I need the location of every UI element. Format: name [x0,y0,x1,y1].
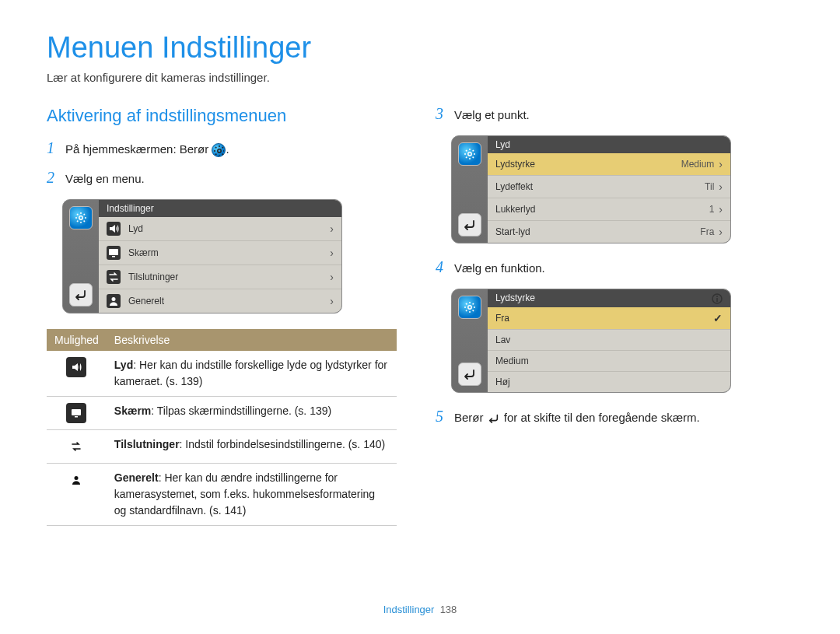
step-1-text: På hjemmeskærmen: Berør . [65,141,229,157]
right-column: 3 Vælg et punkt. Lyd Lydstyrke Medium› L… [436,106,786,526]
option-startlyd[interactable]: Start-lyd Fra› [488,221,730,243]
th-description: Beskrivelse [107,329,397,351]
step-number: 3 [436,106,446,121]
chevron-icon: › [719,158,723,170]
choice-fra[interactable]: Fra ✓ [488,307,730,330]
menu-item-generelt[interactable]: Generelt › [99,289,341,313]
step-number: 4 [436,259,446,275]
step-5: 5 Berør for at skifte til den foregående… [436,408,786,426]
step-4-text: Vælg en funktion. [454,260,545,276]
option-label: Start-lyd [495,226,530,237]
monitor-icon [107,246,121,260]
table-row: Tilslutninger: Indstil forbindelsesindst… [47,430,397,464]
step-5-text: Berør for at skifte til den foregående s… [454,409,700,426]
option-value: Medium [681,159,715,170]
device-back-button[interactable] [458,363,481,386]
chevron-icon: › [330,271,334,283]
menu-item-skaerm[interactable]: Skærm › [99,241,341,265]
info-icon[interactable] [712,292,723,304]
chevron-icon: › [330,295,334,307]
speaker-icon [107,222,121,236]
choice-label: Høj [495,377,510,387]
chevron-icon: › [330,247,334,259]
option-lukkerlyd[interactable]: Lukkerlyd 1› [488,198,730,221]
swap-icon [66,436,86,457]
choice-lav[interactable]: Lav [488,330,730,351]
device-screen: Lyd Lydstyrke Medium› Lydeffekt Til› Luk… [488,136,730,243]
user-icon [66,470,86,490]
option-value: Til [705,181,714,192]
menu-item-lyd[interactable]: Lyd › [99,217,341,241]
choice-label: Lav [495,335,510,345]
device-header: Lydstyrke [488,289,730,307]
left-column: Aktivering af indstillingsmenuen 1 På hj… [47,106,397,526]
device-gear-button[interactable] [458,296,481,319]
option-label: Lydeffekt [495,181,533,192]
menu-item-label: Tilslutninger [128,271,178,282]
option-label: Lydstyrke [495,159,535,170]
choice-medium[interactable]: Medium [488,351,730,372]
table-row: Generelt: Her kan du ændre indstillinger… [47,464,397,526]
chevron-icon: › [719,180,723,193]
return-icon [487,413,501,424]
check-icon: ✓ [713,312,723,324]
gear-icon [212,143,226,157]
option-lydeffekt[interactable]: Lydeffekt Til› [488,176,730,198]
page-title: Menuen Indstillinger [47,31,793,65]
option-value: 1 [709,204,715,215]
table-row: Skærm: Tilpas skærmindstillingerne. (s. … [47,397,397,430]
th-option: Mulighed [47,329,107,351]
step-number: 1 [47,140,58,156]
device-back-button[interactable] [69,283,93,306]
speaker-icon [66,357,86,377]
menu-item-label: Lyd [128,223,143,234]
device-header: Lyd [488,136,730,153]
options-table: Mulighed Beskrivelse Lyd: Her kan du ind… [47,329,397,526]
footer-page-number: 138 [440,604,457,615]
step-2: 2 Vælg en menu. [47,170,397,187]
step-3: 3 Vælg et punkt. [436,106,786,123]
choice-label: Fra [495,313,509,324]
device-lydstyrke-options: Lydstyrke Fra ✓ Lav Medium Høj [451,289,731,393]
footer-section: Indstillinger [383,604,435,615]
step-3-text: Vælg et punkt. [454,107,530,123]
choice-label: Medium [495,356,529,366]
step-1: 1 På hjemmeskærmen: Berør . [47,140,397,157]
option-lydstyrke[interactable]: Lydstyrke Medium› [488,153,730,176]
page-footer: Indstillinger 138 [0,604,840,615]
step-1-label: På hjemmeskærmen: Berør [65,142,208,156]
choice-hoj[interactable]: Høj [488,372,730,392]
option-value: Fra [700,226,714,237]
device-header: Indstillinger [99,200,341,217]
step-number: 2 [47,170,58,185]
device-settings-menu: Indstillinger Lyd › Skærm › Tilslutninge… [62,199,342,313]
table-row: Lyd: Her kan du indstille forskellige ly… [47,351,397,397]
device-back-button[interactable] [458,213,481,236]
device-sidebar [452,136,488,243]
chevron-icon: › [719,203,723,215]
user-icon [107,294,121,308]
page-subtitle: Lær at konfigurere dit kameras indstilli… [47,71,793,84]
chevron-icon: › [719,226,723,238]
device-sidebar [63,200,99,313]
device-screen: Indstillinger Lyd › Skærm › Tilslutninge… [99,200,341,313]
step-4: 4 Vælg en funktion. [436,259,786,276]
device-gear-button[interactable] [458,142,481,166]
chevron-icon: › [330,222,334,235]
monitor-icon [66,403,86,423]
step-number: 5 [436,408,446,424]
device-gear-button[interactable] [69,206,93,229]
menu-item-tilslutninger[interactable]: Tilslutninger › [99,265,341,289]
swap-icon [107,270,121,284]
device-screen: Lydstyrke Fra ✓ Lav Medium Høj [488,289,730,392]
menu-item-label: Skærm [128,247,159,258]
device-sidebar [452,289,488,392]
device-lyd-menu: Lyd Lydstyrke Medium› Lydeffekt Til› Luk… [451,135,731,243]
section-title: Aktivering af indstillingsmenuen [47,106,397,126]
step-2-text: Vælg en menu. [65,170,145,187]
menu-item-label: Generelt [128,296,164,306]
option-label: Lukkerlyd [495,204,535,215]
